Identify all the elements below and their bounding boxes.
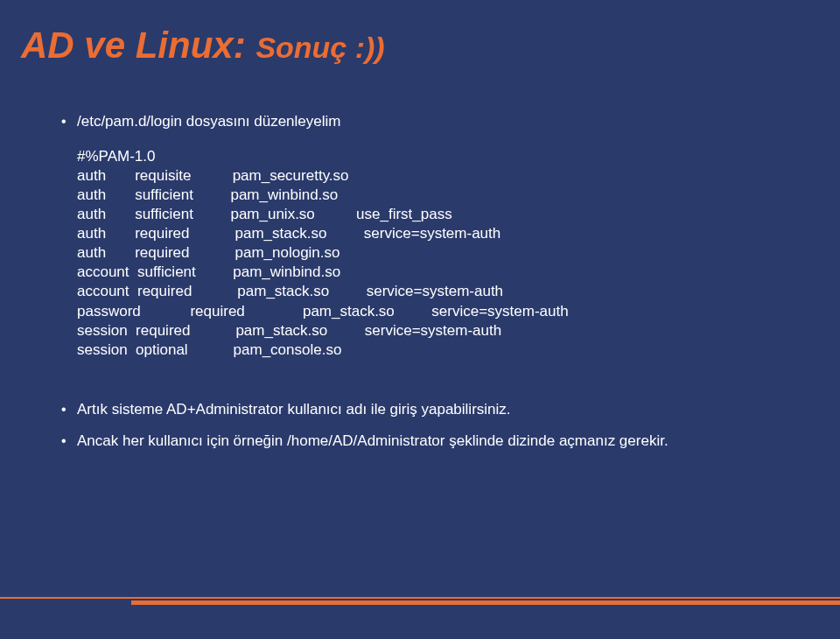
bullet-item: • /etc/pam.d/login dosyasını düzenleyeli… [61, 112, 840, 131]
bullet-dot-icon: • [61, 401, 77, 418]
title-main: AD ve Linux: [21, 25, 246, 66]
bullet-dot-icon: • [61, 432, 77, 450]
bullet-item: • Artık sisteme AD+Administrator kullanı… [61, 360, 840, 419]
footer-line-thick [131, 600, 840, 605]
title-sub: Sonuç :)) [256, 31, 384, 64]
bullet-item: • Ancak her kullanıcı için örneğin /home… [61, 419, 840, 451]
bullet-text: /etc/pam.d/login dosyasını düzenleyelim [77, 112, 840, 131]
slide: AD ve Linux: Sonuç :)) • /etc/pam.d/logi… [0, 0, 840, 639]
footer-line-thin [0, 597, 840, 599]
bullet-text: Artık sisteme AD+Administrator kullanıcı… [77, 400, 840, 419]
bullet-text: Ancak her kullanıcı için örneğin /home/A… [77, 432, 840, 451]
slide-title: AD ve Linux: Sonuç :)) [0, 0, 840, 67]
bullet-dot-icon: • [61, 113, 77, 130]
content-area: • /etc/pam.d/login dosyasını düzenleyeli… [0, 67, 840, 450]
code-block: #%PAM-1.0 auth requisite pam_securetty.s… [61, 131, 840, 360]
footer-decoration [0, 597, 840, 602]
